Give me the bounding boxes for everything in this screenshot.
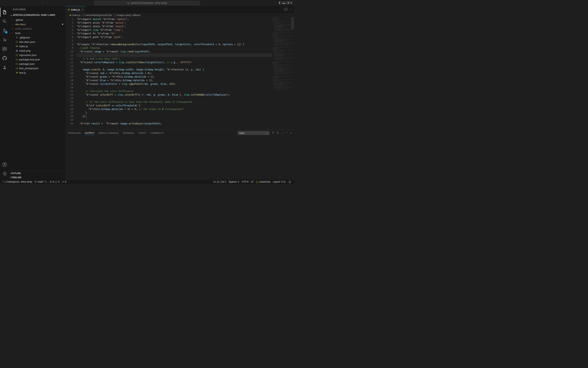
status-problems[interactable]: 0 0 (48, 180, 60, 183)
statusbar: Codespaces: shiny lamp main* 0 0 0 Ln 11… (0, 180, 294, 184)
panel-tab-problems[interactable]: PROBLEMS (68, 131, 81, 135)
breadcrumb[interactable]: JS index.js › ⬡ removeBackgroundColor › … (66, 13, 294, 17)
activity-search[interactable] (0, 17, 9, 26)
status-remote[interactable]: Codespaces: shiny lamp (2, 180, 33, 183)
close-panel-icon[interactable]: × (290, 132, 292, 135)
nav-forward-icon[interactable]: → (46, 1, 48, 5)
status-ports[interactable]: 0 (61, 180, 68, 183)
modified-indicator (62, 24, 63, 25)
code-area[interactable]: "k">import OpenAI "k">from "openai";"k">… (77, 17, 294, 129)
chevron-right-icon: › (10, 172, 11, 175)
panel-more-icon[interactable]: ⋯ (281, 132, 284, 135)
tree-item-mask-png[interactable]: ▦mask.png (9, 48, 66, 53)
status-spaces[interactable]: Spaces: 2 (227, 180, 240, 183)
tree-item-index-js[interactable]: JSindex.js (9, 44, 66, 48)
nav-back-icon[interactable]: ← (41, 1, 44, 5)
panel-tab-comments[interactable]: COMMENTS (150, 131, 164, 135)
github-icon (2, 56, 7, 60)
activity-extensions[interactable] (0, 44, 9, 54)
explorer-more-icon[interactable]: ⋯ (61, 8, 64, 11)
command-center[interactable]: spriteAI [Codespaces: shiny lamp] (94, 1, 200, 5)
status-layout[interactable]: Layout: U.S. (272, 180, 287, 183)
workspace-title: SPRITEAI [CODESPACES: SHINY LAMP] (13, 14, 55, 16)
tab-label: index.js (71, 8, 80, 11)
activity-accounts[interactable] (0, 160, 9, 169)
gutter: 1234567891011121314151617181920212223242… (66, 17, 77, 129)
bell-icon (288, 180, 291, 183)
svg-point-17 (35, 181, 35, 181)
tree-item-mycustom-json[interactable]: { }mycustom.json (9, 53, 66, 57)
activity-github[interactable] (0, 54, 9, 63)
tree-item-node-modules[interactable]: ›node_modules (9, 26, 66, 31)
panel-tab-ports[interactable]: PORTS (138, 131, 147, 135)
editor-group: JS index.js × ⋯ JS index.js › ⬡ removeBa… (66, 6, 294, 180)
panel-tab-debug-console[interactable]: DEBUG CONSOLE (98, 131, 119, 135)
lock-icon[interactable] (276, 131, 279, 135)
files-icon (2, 10, 7, 15)
tab-index-js[interactable]: JS index.js × (66, 6, 85, 13)
tree-item-package-lock-json[interactable]: { }package-lock.json (9, 57, 66, 62)
tree-item-test-js[interactable]: JStest.js (9, 70, 66, 75)
customize-layout-icon[interactable] (290, 1, 292, 5)
js-icon: JS (69, 14, 71, 16)
account-icon (2, 162, 7, 167)
chevron-right-icon: › (12, 27, 14, 30)
tab-bar: JS index.js × ⋯ (66, 6, 294, 13)
file-icon: ⚙ (15, 36, 18, 39)
panel-tab-output[interactable]: OUTPUT (85, 131, 94, 135)
tree-item--github[interactable]: ›.github (9, 18, 66, 22)
tree-item-test-prompt-json[interactable]: { }test_prompt.json (9, 66, 66, 70)
tree-item-tests[interactable]: ›tests (9, 31, 66, 35)
panel: PROBLEMSOUTPUTDEBUG CONSOLETERMINALPORTS… (66, 129, 294, 180)
minimap-slider[interactable] (291, 17, 294, 29)
status-encoding[interactable]: UTF-8 (241, 180, 250, 183)
timeline-header[interactable]: › TIMELINE (9, 175, 66, 180)
activity-explorer[interactable] (0, 8, 9, 17)
activity-debug[interactable] (0, 35, 9, 44)
status-language[interactable]: { }JavaScript (255, 180, 272, 183)
panel-tab-terminal[interactable]: TERMINAL (123, 131, 134, 135)
close-icon[interactable]: × (82, 8, 83, 11)
tree-item-label: dev-docs.json (19, 40, 35, 43)
chevron-up-icon[interactable]: ⌃ (286, 132, 288, 135)
breadcrumb-file[interactable]: index.js (72, 14, 80, 17)
svg-rect-8 (290, 3, 291, 4)
file-tree[interactable]: ›.github›dev-docs›node_modules›tests⚙.gi… (9, 17, 66, 171)
activity-live-share[interactable] (0, 63, 9, 72)
file-icon: { } (15, 53, 18, 57)
radio-icon (62, 181, 64, 183)
tree-item-dev-docs[interactable]: ›dev-docs (9, 22, 66, 26)
title-text: spriteAI [Codespaces: shiny lamp] (131, 2, 167, 4)
file-icon: { } (15, 40, 18, 43)
output-channel-select[interactable]: Tasks ⌄ (238, 131, 270, 135)
minimap[interactable]: import OpenAI from "openai"; import axio… (272, 17, 294, 129)
outline-header[interactable]: › OUTLINE (9, 171, 66, 175)
workspace-header[interactable]: ⌄ SPRITEAI [CODESPACES: SHINY LAMP] (9, 13, 66, 17)
breadcrumb-callback[interactable]: image.scan() callback (117, 14, 140, 17)
svg-rect-3 (283, 3, 285, 4)
toggle-secondary-icon[interactable] (286, 1, 289, 5)
sidebar: EXPLORER ⋯ ⌄ SPRITEAI [CODESPACES: SHINY… (9, 6, 66, 180)
chevron-right-icon: › (12, 23, 14, 26)
tree-item--gitignore[interactable]: ⚙.gitignore (9, 35, 66, 40)
status-eol[interactable]: LF (250, 180, 255, 183)
breadcrumb-func[interactable]: removeBackgroundColor (86, 14, 112, 17)
tree-item-package-json[interactable]: { }package.json (9, 62, 66, 66)
file-icon: JS (15, 71, 18, 74)
split-editor-icon[interactable] (284, 8, 287, 11)
toggle-sidebar-icon[interactable] (279, 1, 282, 5)
editor-more-icon[interactable]: ⋯ (289, 8, 292, 11)
tree-item-dev-docs-json[interactable]: { }dev-docs.json (9, 40, 66, 44)
activity-settings[interactable] (0, 169, 9, 178)
status-branch[interactable]: main* (33, 180, 48, 183)
svg-point-19 (36, 181, 37, 182)
toggle-panel-icon[interactable] (282, 1, 285, 5)
status-cursor[interactable]: Ln 11, Col 1 (212, 180, 227, 183)
svg-rect-9 (291, 3, 292, 4)
editor[interactable]: 1234567891011121314151617181920212223242… (66, 17, 294, 129)
chevron-right-icon: › (12, 18, 14, 21)
status-notifications[interactable] (287, 180, 292, 183)
tree-item-label: test.js (19, 71, 26, 74)
filter-icon[interactable] (272, 131, 274, 135)
activity-source-control[interactable]: 5 (0, 26, 9, 35)
